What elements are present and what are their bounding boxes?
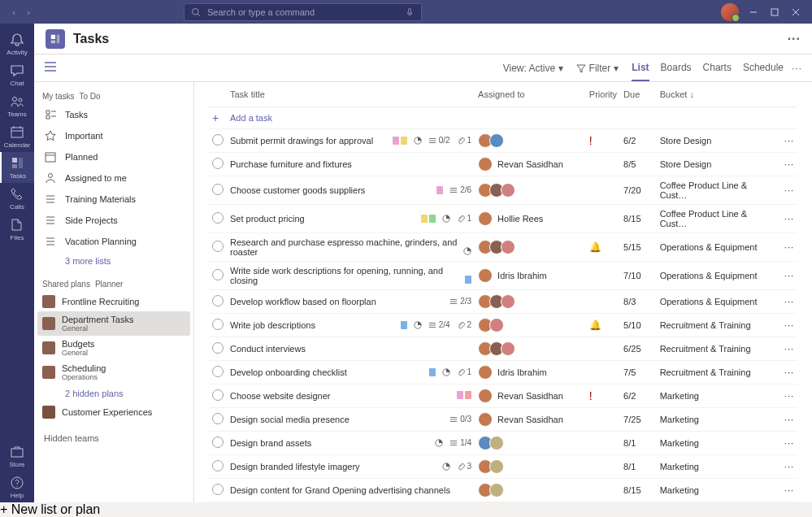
sidebar-plan-department-tasks[interactable]: Department TasksGeneral [37, 311, 190, 336]
complete-circle[interactable] [212, 241, 224, 252]
row-more-icon[interactable]: ··· [779, 432, 797, 455]
rail-calls[interactable]: Calls [0, 183, 34, 214]
toolbar-more-icon[interactable]: ··· [792, 63, 802, 74]
task-row[interactable]: Submit permit drawings for approval0/21!… [209, 129, 797, 153]
task-row[interactable]: Research and purchase espresso machine, … [209, 233, 797, 262]
complete-circle[interactable] [212, 184, 224, 195]
rail-teams[interactable]: Teams [0, 90, 34, 121]
task-row[interactable]: Conduct interviews6/25Recruitment & Trai… [209, 337, 797, 361]
task-row[interactable]: Design content for Grand Opening adverti… [209, 479, 797, 502]
complete-circle[interactable] [212, 413, 224, 424]
row-more-icon[interactable]: ··· [779, 384, 797, 408]
col-bucket[interactable]: Bucket ↓ [657, 82, 779, 107]
nav-back-icon[interactable]: ‹ [8, 7, 20, 17]
row-more-icon[interactable]: ··· [779, 314, 797, 337]
row-more-icon[interactable]: ··· [779, 337, 797, 361]
sidebar-list-side-projects[interactable]: Side Projects [37, 210, 190, 231]
view-dropdown[interactable]: View: Active ▾ [503, 63, 563, 74]
header-more-icon[interactable]: ··· [788, 32, 801, 46]
row-more-icon[interactable]: ··· [779, 361, 797, 384]
plan-channel: Operations [62, 373, 106, 381]
row-more-icon[interactable]: ··· [779, 262, 797, 290]
rail-tasks[interactable]: Tasks [0, 152, 34, 183]
sidebar-list-planned[interactable]: Planned [37, 146, 190, 167]
row-more-icon[interactable]: ··· [779, 205, 797, 233]
complete-circle[interactable] [212, 437, 224, 448]
task-row[interactable]: Design branded lifestyle imagery38/1Mark… [209, 455, 797, 479]
complete-circle[interactable] [212, 319, 224, 330]
tab-list[interactable]: List [632, 55, 649, 81]
row-more-icon[interactable]: ··· [779, 153, 797, 176]
task-row[interactable]: Write side work descriptions for opening… [209, 262, 797, 290]
row-more-icon[interactable]: ··· [779, 233, 797, 262]
complete-circle[interactable] [212, 158, 224, 169]
task-bucket: Marketing [657, 479, 779, 502]
hidden-teams-label[interactable]: Hidden teams [37, 428, 190, 448]
task-row[interactable]: Set product pricing1Hollie Rees8/15Coffe… [209, 205, 797, 233]
task-title: Design content for Grand Opening adverti… [227, 479, 475, 502]
mic-icon[interactable] [405, 7, 415, 17]
sidebar-list-training-materials[interactable]: Training Materials [37, 189, 190, 210]
task-row[interactable]: Design social media presence0/3Revan Sas… [209, 408, 797, 432]
rail-files[interactable]: Files [0, 214, 34, 245]
complete-circle[interactable] [212, 269, 224, 280]
col-due[interactable]: Due [620, 82, 657, 107]
close-icon[interactable] [791, 7, 801, 17]
minimize-icon[interactable] [749, 7, 758, 17]
assignee-name: Hollie Rees [497, 214, 543, 224]
complete-circle[interactable] [212, 366, 224, 377]
user-avatar[interactable] [721, 3, 739, 21]
nav-forward-icon[interactable]: › [23, 7, 34, 17]
new-list-button[interactable]: + New list or plan [0, 502, 812, 517]
complete-circle[interactable] [212, 134, 224, 146]
col-title[interactable]: Task title [227, 82, 475, 107]
complete-circle[interactable] [212, 212, 224, 224]
search-input[interactable]: Search or type a command [184, 3, 422, 21]
complete-circle[interactable] [212, 389, 224, 401]
rail-activity[interactable]: Activity [0, 28, 34, 59]
complete-circle[interactable] [212, 342, 224, 354]
row-more-icon[interactable]: ··· [779, 408, 797, 432]
sidebar-list-assigned-to-me[interactable]: Assigned to me [37, 167, 190, 189]
complete-circle[interactable] [212, 484, 224, 495]
task-row[interactable]: Develop workflow based on floorplan2/38/… [209, 290, 797, 314]
plus-icon: + [0, 502, 7, 516]
more-lists-link[interactable]: 3 more lists [37, 252, 190, 270]
task-due: 8/5 [620, 153, 657, 176]
complete-circle[interactable] [212, 295, 224, 306]
rail-store[interactable]: Store [0, 441, 34, 471]
task-row[interactable]: Purchase furniture and fixturesRevan Sas… [209, 153, 797, 176]
task-row[interactable]: Choose customer goods suppliers2/67/20Co… [209, 176, 797, 205]
add-task-row[interactable]: + Add a task [209, 107, 797, 129]
sidebar-plan-scheduling[interactable]: SchedulingOperations [37, 360, 190, 384]
sidebar-plan-budgets[interactable]: BudgetsGeneral [37, 336, 190, 360]
row-more-icon[interactable]: ··· [779, 290, 797, 314]
complete-circle[interactable] [212, 460, 224, 471]
rail-calendar[interactable]: Calendar [0, 121, 34, 152]
col-priority[interactable]: Priority [586, 82, 620, 107]
tab-schedule[interactable]: Schedule [743, 55, 784, 81]
tab-boards[interactable]: Boards [661, 55, 692, 81]
row-more-icon[interactable]: ··· [779, 455, 797, 479]
task-row[interactable]: Choose website designerRevan Sasidhan!6/… [209, 384, 797, 408]
task-row[interactable]: Develop onboarding checklist1Idris Ibrah… [209, 361, 797, 384]
sidebar-list-vacation-planning[interactable]: Vacation Planning [37, 231, 190, 252]
tab-charts[interactable]: Charts [703, 55, 732, 81]
row-more-icon[interactable]: ··· [779, 176, 797, 205]
sidebar-list-important[interactable]: Important [37, 125, 190, 146]
page-title: Tasks [73, 32, 109, 46]
col-assigned[interactable]: Assigned to [475, 82, 586, 107]
task-row[interactable]: Design brand assets1/48/1Marketing··· [209, 432, 797, 455]
filter-button[interactable]: Filter ▾ [576, 63, 619, 74]
sidebar-list-tasks[interactable]: Tasks [37, 104, 190, 125]
rail-chat[interactable]: Chat [0, 59, 34, 90]
sidebar-plan-frontline-recruiting[interactable]: Frontline Recruiting [37, 292, 190, 311]
rail-help[interactable]: Help [0, 471, 34, 502]
hamburger-icon[interactable] [44, 61, 57, 75]
hidden-plans-link[interactable]: 2 hidden plans [37, 384, 190, 402]
row-more-icon[interactable]: ··· [779, 129, 797, 153]
task-row[interactable]: Write job descriptions2/42🔔5/10Recruitme… [209, 314, 797, 337]
maximize-icon[interactable] [770, 7, 779, 17]
sidebar-plan-customer[interactable]: Customer Experiences [37, 402, 190, 422]
row-more-icon[interactable]: ··· [779, 479, 797, 502]
